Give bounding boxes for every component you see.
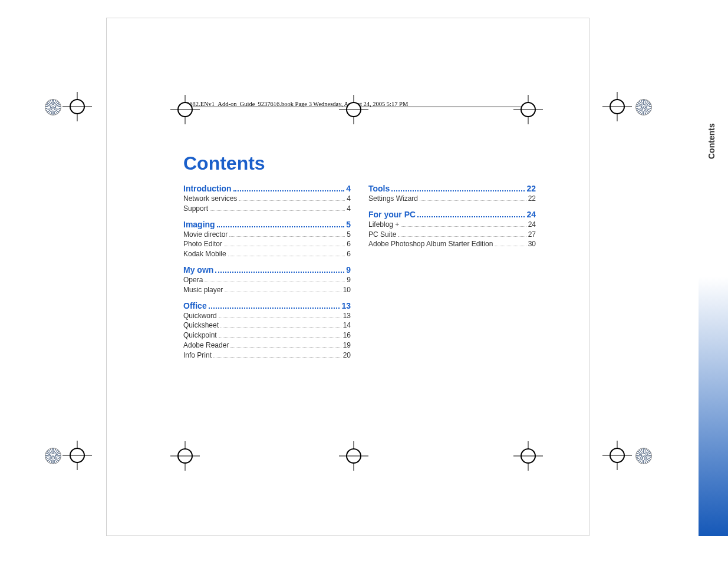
toc-item-label: Quickword (183, 311, 217, 321)
regmark-icon (521, 448, 536, 464)
toc-leader-dots (220, 327, 341, 328)
registration-starburst-icon (635, 448, 652, 464)
toc-leader-dots (398, 236, 526, 237)
toc-leader-dots (391, 190, 525, 191)
regmark-icon (70, 99, 85, 114)
toc-item-label: PC Suite (368, 230, 396, 240)
toc-item: Info Print20 (183, 351, 351, 361)
toc-leader-dots (205, 282, 345, 282)
toc-section-label: For your PC (368, 210, 416, 219)
toc-leader-dots (229, 236, 345, 237)
toc-page-number: 22 (526, 184, 536, 193)
toc-page-number: 30 (528, 239, 536, 249)
toc-leader-dots (219, 318, 341, 318)
side-tab: Contents (699, 18, 728, 536)
toc-item-label: Settings Wizard (368, 194, 418, 204)
toc-item-label: Quicksheet (183, 320, 219, 330)
toc-section-label: Office (183, 301, 207, 310)
toc-leader-dots (213, 357, 341, 358)
toc-page-number: 13 (343, 311, 351, 321)
toc-item: Music player10 (183, 285, 351, 295)
toc-page-number: 6 (347, 239, 351, 249)
toc-columns: Introduction4Network services4Support4Im… (183, 180, 536, 361)
regmark-icon (177, 448, 193, 464)
toc-item-label: Support (183, 204, 208, 214)
toc-leader-dots (217, 226, 345, 227)
toc-leader-dots (219, 337, 341, 338)
toc-page-number: 10 (343, 285, 351, 295)
toc-page-number: 6 (347, 249, 351, 259)
toc-item-label: Info Print (183, 351, 212, 361)
toc-page-number: 5 (347, 230, 351, 240)
toc-item: Adobe Reader19 (183, 340, 351, 351)
regmark-icon (346, 102, 361, 117)
toc-item-label: Kodak Mobile (183, 249, 226, 259)
toc-leader-dots (495, 246, 526, 246)
toc-item-label: Quickpoint (183, 330, 217, 340)
toc-leader-dots (210, 210, 345, 211)
toc-section-label: Imaging (183, 220, 215, 229)
toc-page-number: 9 (346, 265, 351, 275)
page-title: Contents (183, 153, 265, 174)
toc-page-number: 24 (528, 220, 536, 230)
toc-section: Introduction4 (183, 184, 351, 194)
toc-item-label: Adobe Reader (183, 340, 229, 351)
toc-page-number: 22 (528, 194, 536, 204)
toc-leader-dots (209, 308, 340, 309)
toc-section: Office13 (183, 301, 351, 311)
toc-item: Adobe Photoshop Album Starter Edition30 (368, 239, 536, 249)
toc-item: Support4 (183, 204, 351, 214)
registration-starburst-icon (45, 99, 61, 115)
header-text: 6682.ENv1_Add-on_Guide_9237616.book Page… (186, 101, 408, 107)
toc-section: Imaging5 (183, 220, 351, 230)
regmark-icon (610, 448, 625, 463)
registration-starburst-icon (45, 448, 61, 464)
toc-leader-dots (401, 226, 526, 227)
toc-item: Movie director5 (183, 230, 351, 240)
toc-item: Quickpoint16 (183, 330, 351, 340)
toc-item: Network services4 (183, 194, 351, 204)
toc-item-label: Lifeblog + (368, 220, 399, 230)
toc-item: Kodak Mobile6 (183, 249, 351, 259)
toc-page-number: 19 (343, 340, 351, 351)
toc-page-number: 27 (528, 230, 536, 240)
toc-page-number: 13 (341, 301, 351, 310)
regmark-icon (346, 448, 361, 464)
toc-leader-dots (228, 256, 345, 256)
toc-leader-dots (230, 347, 341, 348)
toc-item: Lifeblog +24 (368, 220, 536, 230)
toc-leader-dots (417, 216, 525, 217)
toc-leader-dots (233, 190, 345, 191)
toc-page-number: 16 (343, 330, 351, 340)
regmark-icon (70, 448, 85, 463)
toc-item: Settings Wizard22 (368, 194, 536, 204)
toc-item-label: Photo Editor (183, 239, 222, 249)
toc-section-label: My own (183, 265, 213, 275)
toc-item: Opera9 (183, 275, 351, 285)
toc-section-label: Tools (368, 184, 390, 193)
toc-item-label: Movie director (183, 230, 228, 240)
toc-item-label: Adobe Photoshop Album Starter Edition (368, 239, 493, 249)
toc-leader-dots (215, 272, 344, 273)
toc-item: Quickword13 (183, 311, 351, 321)
toc-column-1: Introduction4Network services4Support4Im… (183, 180, 351, 361)
toc-page-number: 9 (347, 275, 351, 285)
toc-page-number: 5 (346, 220, 351, 229)
toc-section-label: Introduction (183, 184, 232, 193)
side-tab-label: Contents (707, 123, 716, 159)
regmark-icon (177, 102, 193, 117)
toc-section: For your PC24 (368, 210, 536, 220)
toc-page-number: 4 (347, 204, 351, 214)
toc-item: Quicksheet14 (183, 320, 351, 330)
toc-page-number: 20 (343, 351, 351, 361)
toc-leader-dots (420, 200, 526, 201)
toc-item-label: Network services (183, 194, 237, 204)
toc-item: PC Suite27 (368, 230, 536, 240)
toc-leader-dots (239, 200, 345, 201)
registration-starburst-icon (635, 99, 652, 115)
toc-page-number: 4 (346, 184, 351, 193)
toc-page-number: 4 (347, 194, 351, 204)
toc-leader-dots (224, 246, 345, 246)
toc-page-number: 14 (343, 320, 351, 330)
toc-item-label: Opera (183, 275, 203, 285)
